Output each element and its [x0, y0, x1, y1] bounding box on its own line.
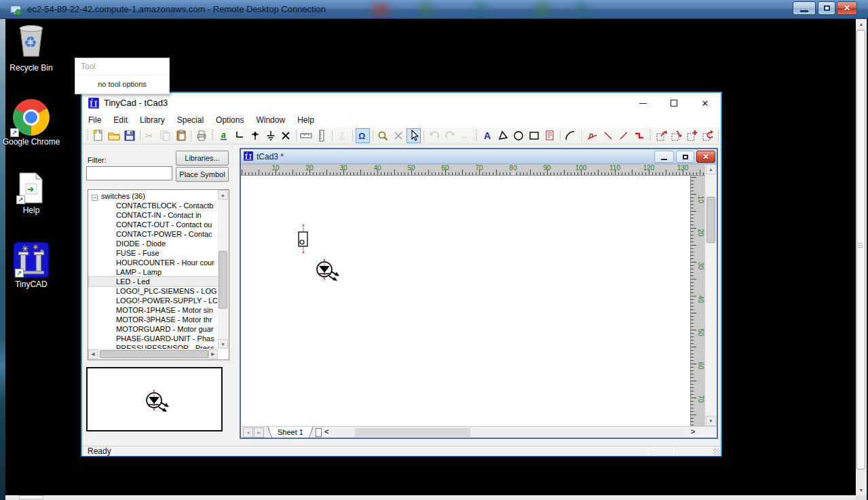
canvas-horizontal-scrollbar[interactable] — [332, 428, 687, 437]
scroll-down-button[interactable]: ▼ — [706, 416, 716, 426]
tab-scroll-right-button[interactable]: ▸ — [254, 427, 264, 438]
window-minimize-button[interactable] — [627, 93, 658, 113]
doc-close-button[interactable]: ✕ — [696, 151, 715, 163]
polyline-button[interactable] — [616, 128, 630, 143]
swap-button[interactable]: ↔ — [458, 128, 472, 143]
menu-help[interactable]: Help — [291, 113, 320, 128]
scroll-thumb[interactable] — [219, 251, 227, 309]
scroll-thumb[interactable] — [355, 428, 470, 437]
ruler-button[interactable] — [299, 128, 314, 143]
scroll-thumb[interactable] — [856, 30, 865, 469]
scroll-thumb[interactable] — [19, 495, 43, 499]
rdp-vertical-scrollbar[interactable]: ▲ ▼ — [856, 19, 867, 495]
menu-options[interactable]: Options — [210, 113, 250, 128]
zoom-button[interactable] — [376, 128, 390, 143]
rectangle-button[interactable] — [527, 128, 542, 143]
tree-item[interactable]: MOTOR-3PHASE - Motor thr — [89, 315, 218, 324]
scroll-down-button[interactable]: ▼ — [218, 339, 228, 349]
scroll-down-button[interactable]: ▼ — [856, 485, 867, 495]
window-maximize-button[interactable] — [658, 93, 690, 113]
new-file-button[interactable] — [92, 128, 106, 143]
resize-grip[interactable] — [713, 448, 720, 455]
block-add-button[interactable] — [685, 128, 700, 143]
tree-horizontal-scrollbar[interactable]: ◀ ▶ — [88, 349, 218, 360]
tree-item[interactable]: MOTORGUARD - Motor guar — [89, 324, 218, 334]
tree-item[interactable]: PHASE-GUARD-UNIT - Phas — [89, 334, 218, 343]
redo-button[interactable] — [442, 128, 457, 143]
rdp-horizontal-scrollbar[interactable] — [5, 495, 856, 500]
libraries-button[interactable]: Libraries... — [176, 151, 229, 166]
open-file-button[interactable] — [107, 128, 121, 143]
rdp-restore-button[interactable] — [818, 1, 835, 15]
undo-button[interactable] — [427, 128, 441, 143]
scroll-up-button[interactable]: ▲ — [856, 19, 867, 29]
power-button[interactable] — [263, 128, 278, 143]
doc-minimize-button[interactable] — [654, 151, 674, 163]
tab-scroll-left-button[interactable]: ◂ — [243, 427, 253, 438]
tree-item[interactable]: DIODE - Diode — [89, 239, 218, 248]
desktop-icon-google-chrome[interactable]: ↗ Google Chrome — [0, 99, 62, 147]
block-export-button[interactable] — [670, 128, 684, 143]
annotation-button[interactable]: a — [216, 128, 231, 143]
tree-item[interactable]: MOTOR-1PHASE - Motor sin — [89, 305, 218, 315]
menu-file[interactable]: File — [82, 113, 107, 128]
save-button[interactable] — [123, 128, 137, 143]
paste-button[interactable] — [174, 128, 189, 143]
copy-button[interactable] — [159, 128, 173, 143]
tree-vertical-scrollbar[interactable]: ▲ ▼ — [218, 190, 229, 349]
cut-button[interactable]: ✂ — [143, 128, 157, 143]
rdp-minimize-button[interactable] — [793, 1, 816, 15]
tree-item[interactable]: CONTACT-POWER - Contac — [89, 229, 218, 239]
new-sheet-tab-stub[interactable] — [316, 428, 322, 437]
scroll-right-button[interactable]: ▶ — [208, 349, 218, 359]
doc-restore-button[interactable] — [676, 151, 694, 163]
schematic-canvas[interactable] — [241, 176, 690, 426]
menu-window[interactable]: Window — [250, 113, 291, 128]
menu-special[interactable]: Special — [171, 113, 210, 128]
window-close-button[interactable]: ✕ — [690, 93, 721, 113]
rdp-connection-bar[interactable]: ec2-54-89-22-42.compute-1.amazonaws.com … — [0, 0, 868, 19]
junction-button[interactable] — [248, 128, 262, 143]
scale-button[interactable] — [315, 128, 329, 143]
tree-item[interactable]: CONTACTBLOCK - Contactb — [89, 201, 218, 210]
pin-button[interactable]: n — [585, 128, 599, 143]
cancel-button[interactable] — [391, 128, 405, 143]
arc-button[interactable] — [563, 128, 578, 143]
tree-item[interactable]: FUSE - Fuse — [89, 248, 218, 258]
block-rotate-button[interactable] — [701, 128, 715, 143]
polygon-button[interactable] — [496, 128, 510, 143]
rdp-close-button[interactable]: ✕ — [837, 1, 857, 15]
desktop-icon-recycle-bin[interactable]: ♻ Recycle Bin — [0, 22, 62, 73]
tree-item[interactable]: CONTACT-OUT - Contact ou — [89, 220, 218, 229]
wire-button[interactable] — [232, 128, 246, 143]
scroll-up-button[interactable]: ▲ — [706, 164, 716, 174]
desktop-icon-tinycad[interactable]: ✳ ✳ ✳ ↗ TinyCAD — [0, 242, 62, 290]
line-button[interactable] — [601, 128, 615, 143]
select-button[interactable] — [407, 128, 421, 143]
scroll-thumb[interactable] — [706, 197, 715, 243]
sheet-tab[interactable]: Sheet 1 — [269, 427, 312, 438]
canvas-scroll-left-button[interactable]: < — [324, 427, 328, 436]
tree-item[interactable]: HOURCOUNTER - Hour cour — [89, 258, 218, 267]
no-connect-button[interactable] — [279, 128, 293, 143]
autowire-button[interactable] — [632, 128, 646, 143]
tree-item[interactable]: CONTACT-IN - Contact in — [89, 210, 218, 220]
led-symbol[interactable] — [304, 248, 345, 289]
scroll-thumb[interactable] — [100, 350, 208, 358]
textbox-button[interactable] — [543, 128, 557, 143]
get-symbol-button[interactable]: Ω — [356, 128, 370, 143]
tree-item[interactable]: LOGO!_PLC-SIEMENS - LOG — [89, 286, 218, 296]
origin-button[interactable]: 2 — [335, 128, 350, 143]
canvas-scroll-right-button[interactable]: > — [691, 427, 695, 436]
collapse-icon[interactable]: − — [92, 195, 98, 201]
print-button[interactable] — [194, 128, 208, 143]
tree-group-switches[interactable]: −switches (36) — [89, 191, 218, 201]
block-import-button[interactable] — [654, 128, 668, 143]
canvas-vertical-scrollbar[interactable]: ▲ ▼ — [705, 164, 717, 426]
scroll-left-button[interactable]: ◀ — [88, 349, 98, 359]
document-titlebar[interactable]: ✳ tCad3 * ✕ — [241, 149, 717, 164]
tree-item[interactable]: LAMP - Lamp — [89, 267, 218, 277]
led-symbol[interactable] — [134, 379, 174, 420]
menu-library[interactable]: Library — [134, 113, 171, 128]
place-symbol-button[interactable]: Place Symbol — [176, 167, 229, 182]
